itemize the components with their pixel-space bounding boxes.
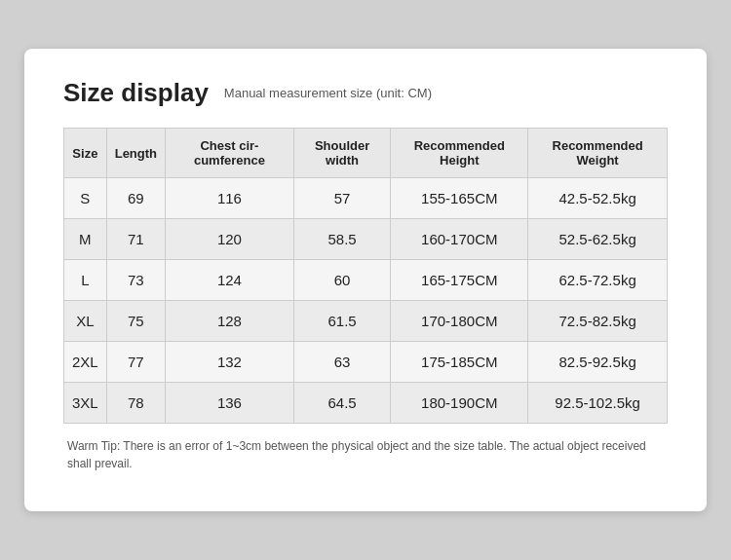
warm-tip: Warm Tip: There is an error of 1~3cm bet… [63, 437, 668, 472]
cell-length: 71 [106, 219, 165, 260]
cell-length: 73 [106, 260, 165, 301]
size-table: Size Length Chest cir-cumference Shoulde… [63, 128, 668, 424]
cell-height: 180-190CM [391, 383, 528, 424]
cell-size: 3XL [64, 383, 107, 424]
table-row: L7312460165-175CM62.5-72.5kg [64, 260, 668, 301]
cell-size: L [64, 260, 107, 301]
cell-size: S [64, 178, 107, 219]
page-title: Size display [63, 78, 209, 108]
cell-length: 69 [106, 178, 165, 219]
card-header: Size display Manual measurement size (un… [63, 78, 668, 108]
cell-height: 170-180CM [391, 301, 528, 342]
cell-size: 2XL [64, 342, 107, 383]
cell-chest: 136 [166, 383, 294, 424]
cell-chest: 116 [166, 178, 294, 219]
col-shoulder: Shoulder width [293, 129, 391, 178]
table-row: S6911657155-165CM42.5-52.5kg [64, 178, 668, 219]
cell-length: 78 [106, 383, 165, 424]
cell-chest: 124 [166, 260, 294, 301]
cell-weight: 72.5-82.5kg [528, 301, 668, 342]
table-row: XL7512861.5170-180CM72.5-82.5kg [64, 301, 668, 342]
table-row: M7112058.5160-170CM52.5-62.5kg [64, 219, 668, 260]
cell-shoulder: 64.5 [293, 383, 391, 424]
col-height: Recommended Height [391, 129, 528, 178]
col-length: Length [106, 129, 165, 178]
cell-shoulder: 57 [293, 178, 391, 219]
cell-weight: 52.5-62.5kg [528, 219, 668, 260]
cell-height: 175-185CM [391, 342, 528, 383]
cell-size: XL [64, 301, 107, 342]
cell-shoulder: 60 [293, 260, 391, 301]
cell-length: 75 [106, 301, 165, 342]
cell-shoulder: 58.5 [293, 219, 391, 260]
cell-chest: 128 [166, 301, 294, 342]
col-chest: Chest cir-cumference [166, 129, 294, 178]
cell-chest: 120 [166, 219, 294, 260]
cell-weight: 42.5-52.5kg [528, 178, 668, 219]
table-header-row: Size Length Chest cir-cumference Shoulde… [64, 129, 668, 178]
cell-shoulder: 63 [293, 342, 391, 383]
cell-size: M [64, 219, 107, 260]
col-size: Size [64, 129, 107, 178]
cell-height: 160-170CM [391, 219, 528, 260]
cell-length: 77 [106, 342, 165, 383]
cell-height: 165-175CM [391, 260, 528, 301]
cell-weight: 82.5-92.5kg [528, 342, 668, 383]
size-display-card: Size display Manual measurement size (un… [24, 49, 707, 511]
cell-weight: 62.5-72.5kg [528, 260, 668, 301]
cell-shoulder: 61.5 [293, 301, 391, 342]
table-row: 3XL7813664.5180-190CM92.5-102.5kg [64, 383, 668, 424]
col-weight: Recommended Weight [528, 129, 668, 178]
table-row: 2XL7713263175-185CM82.5-92.5kg [64, 342, 668, 383]
page-subtitle: Manual measurement size (unit: CM) [224, 86, 432, 100]
cell-chest: 132 [166, 342, 294, 383]
cell-height: 155-165CM [391, 178, 528, 219]
cell-weight: 92.5-102.5kg [528, 383, 668, 424]
